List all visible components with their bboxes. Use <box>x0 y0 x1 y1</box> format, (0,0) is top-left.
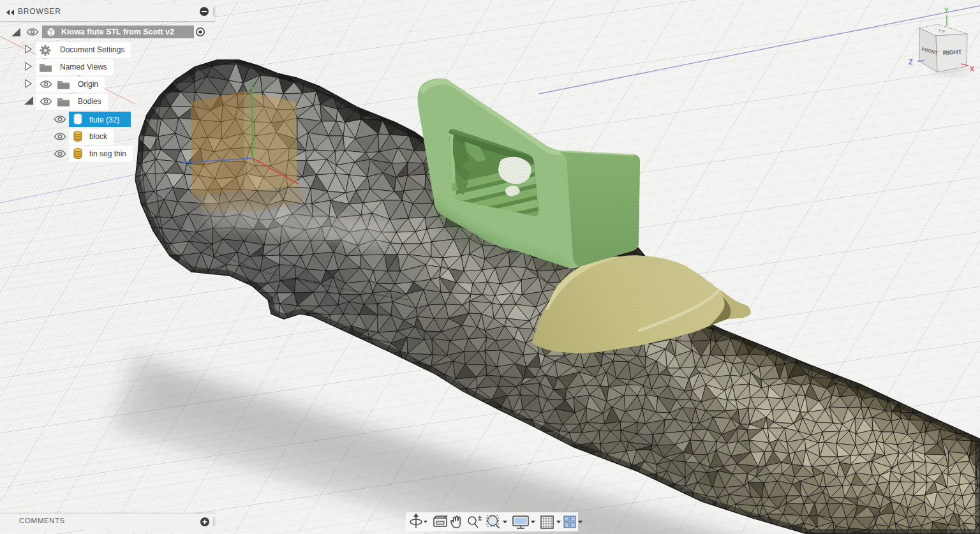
svg-text:RIGHT: RIGHT <box>943 48 962 56</box>
svg-text:Y: Y <box>944 6 949 14</box>
svg-text:X: X <box>970 65 975 73</box>
svg-text:Z: Z <box>909 58 913 66</box>
